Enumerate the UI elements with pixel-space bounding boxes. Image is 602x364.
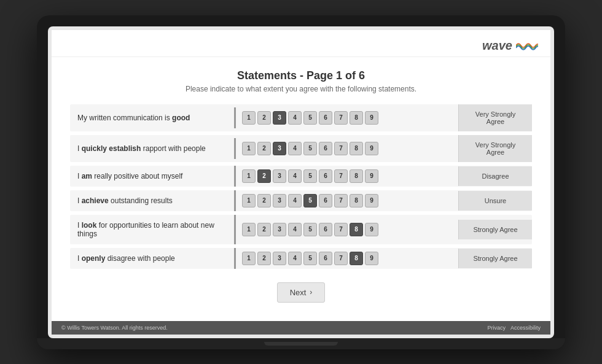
next-button[interactable]: Next ›: [277, 282, 326, 303]
next-button-label: Next: [290, 288, 307, 297]
response-label: Strongly Agree: [458, 220, 532, 239]
scale-button-7[interactable]: 7: [334, 223, 348, 236]
scale-button-5[interactable]: 5: [303, 142, 317, 155]
scale-button-4[interactable]: 4: [288, 252, 302, 265]
scale-button-1[interactable]: 1: [242, 169, 256, 183]
screen: wave Statements - Page 1 of 6 Please ind…: [48, 26, 554, 338]
accessibility-link[interactable]: Accessibility: [510, 325, 541, 331]
footer: © Willis Towers Watson. All rights reser…: [52, 321, 550, 335]
scale-button-3[interactable]: 3: [273, 142, 286, 155]
logo-text: wave: [482, 39, 512, 53]
scale-button-8[interactable]: 8: [350, 194, 363, 207]
scale-button-2[interactable]: 2: [257, 252, 271, 265]
scale-button-3[interactable]: 3: [273, 223, 286, 236]
scale-button-9[interactable]: 9: [365, 142, 378, 155]
statement-text: I am really positive about myself: [70, 166, 236, 187]
chevron-right-icon: ›: [310, 288, 312, 296]
wave-lines-icon: [516, 40, 538, 51]
scale-button-2[interactable]: 2: [257, 142, 271, 155]
statement-text: My written communication is good: [70, 107, 236, 128]
scale-button-6[interactable]: 6: [319, 223, 332, 236]
scale-button-4[interactable]: 4: [288, 169, 302, 183]
copyright-text: © Willis Towers Watson. All rights reser…: [61, 325, 168, 331]
statement-row: I achieve outstanding results123456789Un…: [70, 190, 532, 211]
statement-text: I look for opportunities to learn about …: [70, 215, 236, 244]
scale-button-8[interactable]: 8: [350, 169, 363, 183]
scale-button-3[interactable]: 3: [273, 252, 286, 265]
scale-button-4[interactable]: 4: [288, 111, 302, 125]
response-label: Unsure: [458, 191, 532, 211]
scale-button-7[interactable]: 7: [334, 252, 348, 265]
scale-button-3[interactable]: 3: [273, 194, 286, 207]
page-title: Statements - Page 1 of 6: [70, 69, 532, 82]
wave-logo: wave: [482, 39, 538, 53]
scale-button-9[interactable]: 9: [365, 111, 378, 125]
statement-text: I quickly establish rapport with people: [70, 138, 236, 159]
scale-button-2[interactable]: 2: [257, 223, 271, 236]
scale-button-1[interactable]: 1: [242, 111, 256, 125]
scale-button-9[interactable]: 9: [365, 194, 378, 207]
screen-inner: wave Statements - Page 1 of 6 Please ind…: [52, 30, 550, 335]
scale-button-6[interactable]: 6: [319, 111, 332, 125]
response-label: Very Strongly Agree: [458, 104, 532, 131]
statement-row: My written communication is good12345678…: [70, 104, 532, 131]
scale-button-6[interactable]: 6: [319, 194, 332, 207]
scale-button-1[interactable]: 1: [242, 142, 256, 155]
response-label: Very Strongly Agree: [458, 135, 532, 162]
statement-text: I openly disagree with people: [70, 248, 236, 269]
scale-button-5[interactable]: 5: [303, 194, 317, 207]
scale-button-6[interactable]: 6: [319, 169, 332, 183]
scale-button-5[interactable]: 5: [303, 111, 317, 125]
scale-buttons: 123456789: [236, 138, 458, 159]
scale-button-4[interactable]: 4: [288, 142, 302, 155]
scale-button-6[interactable]: 6: [319, 252, 332, 265]
scale-buttons: 123456789: [236, 190, 458, 211]
scale-button-3[interactable]: 3: [273, 169, 286, 183]
scale-button-8[interactable]: 8: [350, 142, 363, 155]
scale-button-8[interactable]: 8: [350, 111, 363, 125]
statement-row: I am really positive about myself1234567…: [70, 166, 532, 187]
statement-row: I openly disagree with people123456789St…: [70, 248, 532, 269]
scale-button-5[interactable]: 5: [303, 252, 317, 265]
scale-button-5[interactable]: 5: [303, 223, 317, 236]
scale-buttons: 123456789: [236, 166, 458, 187]
scale-button-7[interactable]: 7: [334, 169, 348, 183]
next-btn-container: Next ›: [70, 273, 532, 309]
scale-button-7[interactable]: 7: [334, 194, 348, 207]
scale-button-1[interactable]: 1: [242, 194, 256, 207]
statement-row: I quickly establish rapport with people1…: [70, 135, 532, 162]
statements-list: My written communication is good12345678…: [70, 104, 532, 269]
content-area: Statements - Page 1 of 6 Please indicate…: [52, 57, 550, 321]
scale-button-4[interactable]: 4: [288, 223, 302, 236]
scale-button-9[interactable]: 9: [365, 252, 378, 265]
scale-button-1[interactable]: 1: [242, 223, 256, 236]
scale-button-3[interactable]: 3: [273, 111, 286, 125]
page-subtitle: Please indicate to what extent you agree…: [70, 85, 532, 93]
scale-button-7[interactable]: 7: [334, 142, 348, 155]
scale-buttons: 123456789: [236, 248, 458, 269]
scale-buttons: 123456789: [236, 107, 458, 128]
laptop-base: [37, 338, 565, 349]
scale-button-8[interactable]: 8: [350, 223, 363, 236]
laptop-notch: [264, 342, 338, 346]
privacy-link[interactable]: Privacy: [487, 325, 506, 331]
scale-button-8[interactable]: 8: [350, 252, 363, 265]
scale-button-2[interactable]: 2: [257, 169, 271, 183]
scale-button-6[interactable]: 6: [319, 142, 332, 155]
statement-row: I look for opportunities to learn about …: [70, 215, 532, 244]
header: wave: [52, 30, 550, 57]
scale-button-9[interactable]: 9: [365, 169, 378, 183]
footer-links: Privacy Accessibility: [487, 325, 541, 331]
scale-button-9[interactable]: 9: [365, 223, 378, 236]
laptop-frame: wave Statements - Page 1 of 6 Please ind…: [37, 15, 565, 349]
scale-buttons: 123456789: [236, 219, 458, 240]
scale-button-1[interactable]: 1: [242, 252, 256, 265]
scale-button-2[interactable]: 2: [257, 111, 271, 125]
scale-button-4[interactable]: 4: [288, 194, 302, 207]
response-label: Strongly Agree: [458, 249, 532, 268]
scale-button-2[interactable]: 2: [257, 194, 271, 207]
statement-text: I achieve outstanding results: [70, 190, 236, 211]
response-label: Disagree: [458, 166, 532, 186]
scale-button-5[interactable]: 5: [303, 169, 317, 183]
scale-button-7[interactable]: 7: [334, 111, 348, 125]
